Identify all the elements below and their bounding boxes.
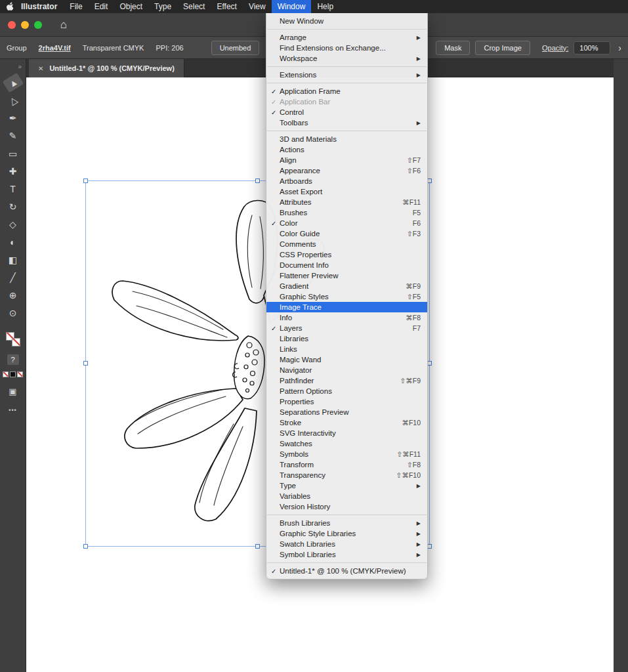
menu-item-workspace[interactable]: Workspace▶ xyxy=(266,53,427,64)
selection-handle-bottom-right[interactable] xyxy=(427,544,432,549)
menu-item-toolbars[interactable]: Toolbars▶ xyxy=(266,117,427,128)
blend-tool[interactable]: ⊕ xyxy=(5,289,22,302)
menu-item-untitled-1-100-cmyk-preview[interactable]: ✓Untitled-1* @ 100 % (CMYK/Preview) xyxy=(266,566,427,576)
menu-item-swatch-libraries[interactable]: Swatch Libraries▶ xyxy=(266,539,427,549)
menu-item-symbol-libraries[interactable]: Symbol Libraries▶ xyxy=(266,549,427,560)
menu-item-artboards[interactable]: Artboards xyxy=(266,176,427,186)
home-screen-button[interactable]: ⌂ xyxy=(55,17,72,33)
gradient-tool[interactable]: ◧ xyxy=(5,253,22,266)
crop-image-button[interactable]: Crop Image xyxy=(475,41,530,55)
menu-item-align[interactable]: Align⇧F7 xyxy=(266,155,427,165)
selection-handle-top-right[interactable] xyxy=(427,178,432,183)
selection-handle-middle-left[interactable] xyxy=(83,361,88,366)
menu-item-svg-interactivity[interactable]: SVG Interactivity xyxy=(266,428,427,438)
menu-item-css-properties[interactable]: CSS Properties xyxy=(266,249,427,260)
selection-handle-bottom-left[interactable] xyxy=(83,544,88,549)
menu-item-new-window[interactable]: New Window xyxy=(266,16,427,26)
menubar-item-file[interactable]: File xyxy=(64,0,88,13)
menu-item-type[interactable]: Type▶ xyxy=(266,480,427,491)
menu-item-version-history[interactable]: Version History xyxy=(266,501,427,512)
menu-item-gradient[interactable]: Gradient⌘F9 xyxy=(266,281,427,291)
panel-expand-chevron-icon[interactable]: › xyxy=(618,43,621,53)
menu-item-pattern-options[interactable]: Pattern Options xyxy=(266,386,427,396)
selection-handle-top-middle[interactable] xyxy=(255,178,260,183)
menu-item-arrange[interactable]: Arrange▶ xyxy=(266,32,427,43)
menu-item-magic-wand[interactable]: Magic Wand xyxy=(266,354,427,365)
paintbrush-tool[interactable]: ✚ xyxy=(5,165,22,178)
menubar-item-view[interactable]: View xyxy=(243,0,272,13)
curvature-tool[interactable]: ✎ xyxy=(5,129,22,142)
eraser-tool[interactable]: ◇ xyxy=(5,218,22,231)
opacity-label[interactable]: Opacity: xyxy=(542,44,568,52)
apple-menu-icon[interactable] xyxy=(0,2,20,11)
menu-item-color-guide[interactable]: Color Guide⇧F3 xyxy=(266,228,427,239)
fill-stroke-indicator[interactable] xyxy=(6,332,20,346)
menu-item-stroke[interactable]: Stroke⌘F10 xyxy=(266,417,427,428)
menubar-item-window[interactable]: Window xyxy=(272,0,312,13)
menu-item-3d-and-materials[interactable]: 3D and Materials xyxy=(266,134,427,144)
menubar-item-effect[interactable]: Effect xyxy=(211,0,242,13)
menu-item-transform[interactable]: Transform⇧F8 xyxy=(266,459,427,470)
rectangle-tool[interactable]: ▭ xyxy=(5,147,22,160)
shape-builder-tool[interactable]: ◐ xyxy=(5,236,22,249)
menu-item-layers[interactable]: ✓LayersF7 xyxy=(266,323,427,333)
none-swatch[interactable] xyxy=(3,371,9,377)
zoom-tool[interactable]: ⊙ xyxy=(5,306,22,320)
edit-toolbar-button[interactable]: ••• xyxy=(9,407,16,413)
tab-close-icon[interactable]: ✕ xyxy=(38,65,43,72)
unembed-button[interactable]: Unembed xyxy=(211,41,260,55)
toolbar-collapse-icon[interactable]: » xyxy=(18,62,22,72)
menu-item-color[interactable]: ✓ColorF6 xyxy=(266,218,427,228)
maximize-window-button[interactable] xyxy=(34,21,42,29)
rotate-tool[interactable]: ↻ xyxy=(5,200,22,213)
menu-item-flattener-preview[interactable]: Flattener Preview xyxy=(266,270,427,281)
menu-item-brushes[interactable]: BrushesF5 xyxy=(266,207,427,218)
pen-tool[interactable]: ✒ xyxy=(5,112,22,125)
black-swatch[interactable] xyxy=(10,371,16,377)
menubar-item-help[interactable]: Help xyxy=(311,0,339,13)
minimize-window-button[interactable] xyxy=(21,21,29,29)
selection-handle-bottom-middle[interactable] xyxy=(255,544,260,549)
menubar-item-object[interactable]: Object xyxy=(114,0,148,13)
none-swatch-2[interactable] xyxy=(17,371,23,377)
selection-handle-middle-right[interactable] xyxy=(427,361,432,366)
drawing-mode-icon[interactable]: ▣ xyxy=(9,387,16,396)
document-tab[interactable]: ✕ Untitled-1* @ 100 % (CMYK/Preview) xyxy=(29,59,184,77)
selection-handle-top-left[interactable] xyxy=(83,178,88,183)
menu-item-comments[interactable]: Comments xyxy=(266,239,427,249)
menu-item-transparency[interactable]: Transparency⇧⌘F10 xyxy=(266,470,427,480)
menu-item-appearance[interactable]: Appearance⇧F6 xyxy=(266,165,427,176)
mask-button[interactable]: Mask xyxy=(436,41,470,55)
selection-tool[interactable]: ▲ xyxy=(2,73,24,93)
menu-item-separations-preview[interactable]: Separations Preview xyxy=(266,407,427,417)
menu-item-document-info[interactable]: Document Info xyxy=(266,260,427,270)
menu-item-attributes[interactable]: Attributes⌘F11 xyxy=(266,197,427,207)
menubar-item-edit[interactable]: Edit xyxy=(89,0,114,13)
menubar-item-type[interactable]: Type xyxy=(148,0,177,13)
direct-selection-tool[interactable]: △ xyxy=(2,91,24,111)
menu-item-links[interactable]: Links xyxy=(266,344,427,354)
menu-item-properties[interactable]: Properties xyxy=(266,396,427,407)
menu-item-extensions[interactable]: Extensions▶ xyxy=(266,70,427,80)
menu-item-image-trace[interactable]: Image Trace xyxy=(266,302,427,312)
menu-item-application-frame[interactable]: ✓Application Frame xyxy=(266,86,427,96)
opacity-value-field[interactable]: 100% xyxy=(574,41,610,54)
menu-item-libraries[interactable]: Libraries xyxy=(266,333,427,344)
menu-item-variables[interactable]: Variables xyxy=(266,491,427,501)
menu-item-swatches[interactable]: Swatches xyxy=(266,438,427,449)
menu-item-brush-libraries[interactable]: Brush Libraries▶ xyxy=(266,518,427,528)
linked-file-name[interactable]: 2rha4V.tif xyxy=(39,44,71,52)
help-badge[interactable]: ? xyxy=(7,354,19,365)
menu-item-asset-export[interactable]: Asset Export xyxy=(266,186,427,197)
type-tool[interactable]: T xyxy=(5,182,22,196)
menu-item-info[interactable]: Info⌘F8 xyxy=(266,312,427,323)
menu-item-navigator[interactable]: Navigator xyxy=(266,365,427,375)
menu-item-graphic-styles[interactable]: Graphic Styles⇧F5 xyxy=(266,291,427,302)
eyedropper-tool[interactable]: ╱ xyxy=(5,271,22,284)
menu-item-actions[interactable]: Actions xyxy=(266,144,427,155)
menu-item-graphic-style-libraries[interactable]: Graphic Style Libraries▶ xyxy=(266,528,427,539)
menu-item-find-extensions-on-exchange[interactable]: Find Extensions on Exchange... xyxy=(266,43,427,53)
menu-item-pathfinder[interactable]: Pathfinder⇧⌘F9 xyxy=(266,375,427,386)
menubar-item-select[interactable]: Select xyxy=(177,0,211,13)
stroke-swatch[interactable] xyxy=(12,338,20,346)
